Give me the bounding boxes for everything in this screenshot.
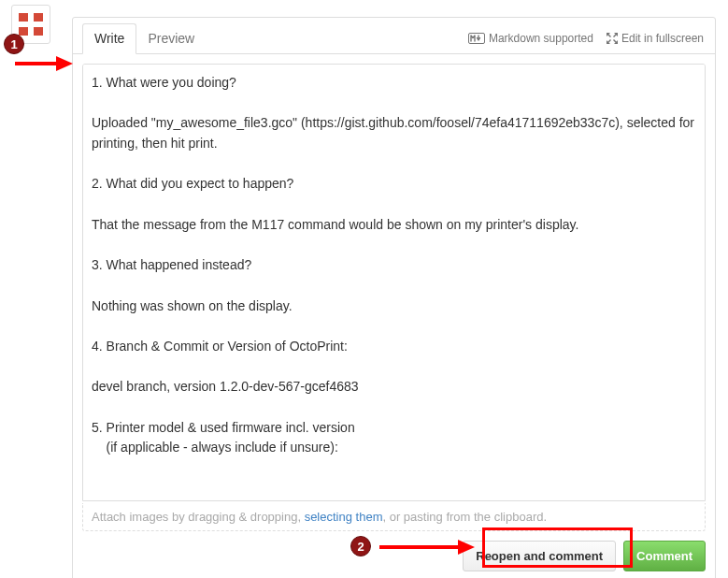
annotation-arrow-1: [13, 54, 73, 73]
attach-text-prefix: Attach images by dragging & dropping,: [92, 510, 305, 524]
fullscreen-icon: [607, 33, 618, 44]
attach-text-suffix: , or pasting from the clipboard.: [382, 510, 547, 524]
attach-select-link[interactable]: selecting them: [305, 510, 383, 524]
markdown-icon: [468, 33, 485, 44]
svg-marker-2: [56, 56, 73, 71]
annotation-highlight-reopen: [482, 527, 633, 568]
comment-button[interactable]: Comment: [623, 541, 706, 571]
fullscreen-link[interactable]: Edit in fullscreen: [607, 32, 704, 45]
tabs-row: Write Preview Markdown supported Edit in…: [73, 23, 715, 54]
tab-write[interactable]: Write: [82, 23, 136, 54]
comment-form: Write Preview Markdown supported Edit in…: [72, 17, 716, 578]
tab-preview[interactable]: Preview: [136, 24, 206, 53]
avatar: [11, 5, 50, 44]
markdown-link[interactable]: Markdown supported: [468, 32, 593, 45]
comment-textarea[interactable]: [82, 64, 706, 501]
